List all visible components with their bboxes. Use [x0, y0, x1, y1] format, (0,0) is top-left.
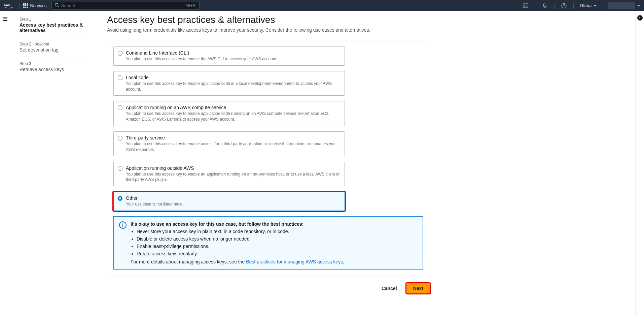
svg-line-2 — [58, 6, 59, 7]
top-nav: aws Services [Alt+S] ? Global — [0, 0, 644, 11]
caret-down-icon — [637, 5, 640, 6]
grid-icon — [23, 3, 28, 8]
aws-logo[interactable]: aws — [4, 3, 13, 9]
svg-text:?: ? — [563, 4, 565, 8]
region-selector[interactable]: Global — [577, 3, 599, 8]
account-menu[interactable] — [608, 2, 635, 9]
svg-text:aws: aws — [4, 3, 10, 7]
divider — [603, 3, 603, 9]
region-label: Global — [580, 3, 593, 8]
search-icon — [55, 3, 59, 9]
notifications-icon[interactable] — [542, 3, 547, 8]
help-icon[interactable]: ? — [561, 3, 567, 8]
divider — [535, 3, 535, 9]
search-input[interactable] — [61, 3, 184, 8]
cloudshell-icon[interactable] — [523, 3, 528, 8]
search-box[interactable]: [Alt+S] — [51, 2, 200, 10]
divider — [554, 3, 554, 9]
svg-rect-3 — [523, 4, 528, 8]
caret-down-icon — [594, 5, 597, 6]
divider — [20, 3, 20, 9]
svg-point-1 — [55, 3, 58, 6]
services-label: Services — [30, 3, 47, 8]
search-shortcut-hint: [Alt+S] — [184, 3, 196, 8]
divider — [573, 3, 574, 9]
services-menu[interactable]: Services — [23, 3, 47, 8]
